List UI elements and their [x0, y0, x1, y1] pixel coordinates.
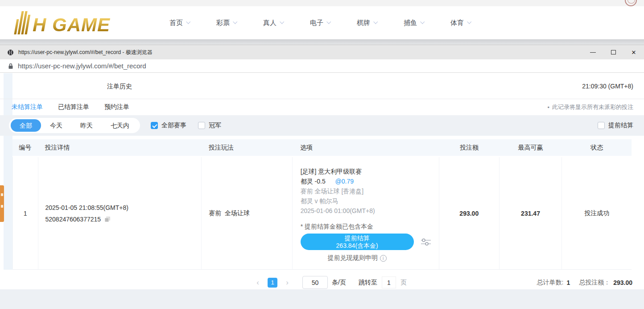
copy-icon[interactable]	[104, 216, 111, 222]
minimize-button[interactable]	[582, 45, 603, 59]
checkbox-unchecked-icon	[198, 122, 205, 129]
checkbox-label: 提前结算	[608, 121, 633, 129]
market-text: 赛前 全场让球 [香港盘]	[301, 186, 439, 196]
date-filter-all[interactable]: 全部	[11, 119, 41, 132]
total-count-value: 1	[566, 279, 570, 286]
address-bar[interactable]: https://user-pc-new.jylywl.com/#/bet_rec…	[0, 59, 644, 73]
league-name: [足球] 意大利甲级联赛	[301, 167, 439, 176]
cell-row-id: 1	[13, 157, 38, 269]
cell-stake: 293.00	[439, 157, 500, 269]
nav-item-lottery[interactable]: 彩票	[203, 14, 250, 32]
address-url: https://user-pc-new.jylywl.com/#/bet_rec…	[18, 62, 146, 70]
note-text: 此记录将显示所有未派彩的投注	[552, 103, 633, 111]
nav-item-fishing[interactable]: 捕鱼	[390, 14, 437, 32]
cashout-rules-link[interactable]: 提前兑现规则申明 i	[301, 254, 414, 262]
window-controls: ✕	[582, 45, 644, 59]
nav-item-slots[interactable]: 电子	[297, 14, 343, 32]
globe-icon	[7, 49, 14, 56]
jump-page-input[interactable]	[382, 276, 396, 288]
chevron-down-icon	[420, 19, 425, 24]
nav-item-home[interactable]: 首页	[156, 14, 203, 32]
total-stake-value: 293.00	[613, 279, 632, 286]
col-header-playtype: 投注玩法	[202, 144, 292, 152]
nav-label: 彩票	[216, 19, 230, 27]
logo-text: H GAME	[33, 16, 110, 34]
nav-item-live[interactable]: 真人	[250, 14, 297, 32]
date-filter-today[interactable]: 今天	[41, 118, 71, 133]
cell-bet-detail: 2025-01-05 21:08:55(GMT+8) 5208247606377…	[38, 157, 202, 269]
tab-settled[interactable]: 已结算注单	[58, 103, 89, 111]
checkbox-early-settle[interactable]: 提前结算	[598, 121, 633, 129]
checkbox-checked-icon	[151, 122, 158, 129]
cell-max-win: 231.47	[500, 157, 562, 269]
top-strip	[0, 0, 644, 6]
nav-item-cards[interactable]: 棋牌	[343, 14, 390, 32]
match-teams: 都灵 v 帕尔马	[301, 196, 439, 206]
tab-unsettled[interactable]: 未结算注单	[12, 103, 43, 111]
total-count-label: 总计单数:	[537, 279, 563, 287]
page-number-button[interactable]: 1	[268, 278, 277, 288]
chevron-down-icon	[280, 19, 284, 24]
maximize-button[interactable]	[603, 45, 623, 59]
max-win-value: 231.47	[521, 210, 540, 217]
chevron-down-icon	[233, 19, 237, 24]
col-header-detail: 投注详情	[38, 144, 202, 152]
bet-time-text: 2025-01-05 21:08:55(GMT+8)	[45, 202, 128, 213]
nav-label: 捕鱼	[404, 19, 417, 27]
checkbox-label: 全部赛事	[161, 121, 186, 129]
nav-label: 体育	[450, 19, 464, 27]
window-title: https://user-pc-new.jylywl.com/#/bet_rec…	[18, 49, 153, 56]
site-logo[interactable]: H GAME	[16, 11, 133, 34]
next-page-icon[interactable]: ›	[283, 278, 292, 288]
badge-icon-partial	[625, 0, 637, 6]
logo-mark-icon	[14, 11, 31, 34]
cell-status: 投注成功	[562, 157, 632, 269]
checkbox-unchecked-icon	[598, 122, 605, 129]
page-size-unit: 条/页	[332, 279, 346, 287]
pick-line: 都灵 -0.5 @0.79	[301, 176, 439, 186]
col-header-maxwin: 最高可赢	[499, 144, 562, 152]
date-filter-yesterday[interactable]: 昨天	[71, 118, 102, 133]
page-head: 注单历史 21:09:30 (GMT+8)	[0, 73, 644, 99]
nav-label: 首页	[169, 19, 183, 27]
filter-row: 全部 今天 昨天 七天内 全部赛事 冠军 提前结算	[0, 115, 644, 136]
col-header-id: 编号	[12, 144, 38, 152]
close-button[interactable]: ✕	[623, 45, 644, 59]
bet-number-line: 5208247606377215	[45, 213, 202, 225]
nav-label: 棋牌	[357, 19, 370, 27]
maximize-icon	[611, 50, 616, 54]
cashout-button-amount: 263.84(含本金)	[301, 242, 414, 250]
pick-text: 都灵 -0.5	[301, 178, 326, 185]
nav-label: 真人	[263, 19, 277, 27]
cashout-row: 提前结算 263.84(含本金)	[301, 234, 439, 250]
page-size-input[interactable]	[302, 276, 328, 289]
date-filter-group: 全部 今天 昨天 七天内	[9, 118, 140, 133]
jump-unit-label: 页	[400, 279, 407, 287]
cell-selection: [足球] 意大利甲级联赛 都灵 -0.5 @0.79 赛前 全场让球 [香港盘]…	[293, 157, 439, 269]
total-stake-label: 总投注额：	[579, 279, 610, 287]
bet-time: 2025-01-05 21:08:55(GMT+8)	[45, 202, 202, 213]
checkbox-all-events[interactable]: 全部赛事	[151, 121, 186, 129]
odds-value[interactable]: @0.79	[335, 178, 354, 185]
chevron-down-icon	[373, 19, 378, 24]
col-header-stake: 投注额	[439, 144, 500, 152]
cashout-button[interactable]: 提前结算 263.84(含本金)	[301, 234, 414, 250]
sliders-icon[interactable]	[420, 236, 432, 248]
chevron-down-icon	[326, 19, 331, 24]
side-floating-tab[interactable]	[0, 185, 4, 222]
info-icon: i	[380, 255, 387, 262]
nav-item-sports[interactable]: 体育	[437, 14, 484, 32]
clock-text: 21:09:30 (GMT+8)	[582, 83, 633, 90]
jump-to-label: 跳转至	[359, 279, 377, 287]
row-id: 1	[24, 210, 27, 217]
close-icon: ✕	[632, 49, 636, 56]
prev-page-icon[interactable]: ‹	[253, 278, 262, 288]
tab-reserved[interactable]: 预约注单	[104, 103, 129, 111]
date-filter-7days[interactable]: 七天内	[102, 118, 138, 133]
bullet-icon: •	[547, 104, 549, 111]
minimize-icon	[590, 52, 596, 53]
checkbox-champion[interactable]: 冠军	[198, 121, 221, 129]
bottom-strip	[0, 289, 644, 309]
col-header-status: 状态	[562, 144, 632, 152]
chevron-down-icon	[186, 19, 190, 24]
